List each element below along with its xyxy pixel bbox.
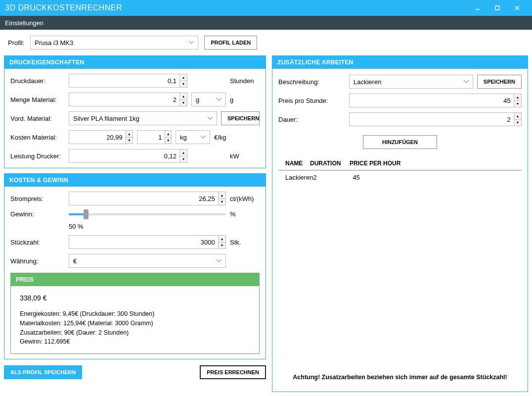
cost-material-input[interactable]: [69, 131, 126, 144]
spin-down-icon[interactable]: ▼: [514, 101, 521, 107]
elec-input[interactable]: [69, 192, 218, 205]
save-as-profile-button[interactable]: ALS PROFIL SPEICHERN: [4, 365, 82, 379]
desc-select[interactable]: Lackieren: [349, 75, 473, 89]
extra-duration-label: Dauer:: [278, 116, 345, 123]
menu-settings[interactable]: Einstellungen: [5, 19, 44, 27]
material-qty-unit: g: [230, 96, 260, 103]
profile-select[interactable]: Prusa i3 MK3: [30, 36, 198, 50]
material-qty-input[interactable]: [69, 93, 179, 106]
spin-down-icon[interactable]: ▼: [180, 100, 187, 106]
qty-input[interactable]: [69, 236, 218, 248]
spin-down-icon[interactable]: ▼: [219, 243, 225, 249]
spin-up-icon[interactable]: ▲: [219, 236, 225, 243]
spin-down-icon[interactable]: ▼: [126, 138, 133, 144]
material-qty-unit-select[interactable]: g: [191, 93, 226, 106]
spin-down-icon[interactable]: ▼: [180, 156, 187, 163]
duration-spinner[interactable]: ▲▼: [69, 74, 187, 88]
content: Profil: Prusa i3 MK3 PROFIL LADEN DRUCKE…: [0, 30, 532, 396]
qty-label: Stückzahl:: [10, 239, 65, 246]
power-unit: kW: [230, 152, 260, 160]
price-panel: PREIS 338,09 € Energiekosten: 9,45€ (Dru…: [10, 273, 260, 354]
material-qty-spinner[interactable]: ▲▼: [69, 93, 187, 106]
td-duration: 2: [313, 174, 353, 181]
slider-thumb[interactable]: [84, 209, 89, 219]
elec-unit: ct/(kWh): [230, 195, 260, 202]
price-material-line: Materialkosten: 125,94€ (Material: 3000 …: [20, 319, 250, 328]
minimize-button[interactable]: [468, 0, 488, 16]
profit-label: Gewinn:: [10, 210, 65, 218]
preset-material-select[interactable]: Silver PLA filament 1kg: [69, 111, 217, 125]
spin-up-icon[interactable]: ▲: [514, 113, 521, 120]
spin-up-icon[interactable]: ▲: [514, 94, 521, 101]
add-extra-button[interactable]: HINZUFÜGEN: [363, 135, 437, 149]
extra-duration-spinner[interactable]: ▲▼: [349, 112, 522, 126]
duration-label: Druckdauer:: [10, 77, 65, 85]
power-input[interactable]: [69, 149, 179, 162]
profile-row: Profil: Prusa i3 MK3 PROFIL LADEN: [4, 34, 528, 51]
price-per-hour-input[interactable]: [350, 94, 514, 107]
price-header: PREIS: [11, 273, 259, 286]
spin-up-icon[interactable]: ▲: [165, 131, 171, 138]
extra-duration-input[interactable]: [350, 113, 514, 126]
warning-text: Achtung! Zusatzarbeiten beziehen sich im…: [278, 369, 522, 386]
spin-down-icon[interactable]: ▼: [180, 81, 187, 88]
price-profit-line: Gewinn: 112,695€: [20, 337, 250, 346]
extra-save-button[interactable]: SPEICHERN: [477, 75, 522, 89]
qty-spinner[interactable]: ▲▼: [69, 235, 226, 249]
profit-percent-value: 50 %: [69, 223, 84, 230]
profit-unit: %: [230, 210, 260, 218]
footer: ALS PROFIL SPEICHERN PREIS ERRECHNEN: [4, 364, 266, 379]
spin-down-icon[interactable]: ▼: [219, 199, 225, 205]
spin-up-icon[interactable]: ▲: [219, 192, 225, 199]
price-per-hour-spinner[interactable]: ▲▼: [349, 94, 522, 107]
power-spinner[interactable]: ▲▼: [69, 149, 187, 163]
extra-work-panel: ZUSÄTZLICHE ARBEITEN Beschreibung: Lacki…: [272, 55, 528, 392]
print-properties-panel: DRUCKEIGENSCHAFTEN Druckdauer: ▲▼ Stunde…: [4, 55, 266, 168]
spin-up-icon[interactable]: ▲: [180, 149, 187, 156]
left-column: DRUCKEIGENSCHAFTEN Druckdauer: ▲▼ Stunde…: [4, 55, 266, 392]
window-title: 3D DRUCKKOSTENRECHNER: [5, 3, 468, 12]
cost-material-label: Kosten Material:: [10, 134, 65, 141]
desc-label: Beschreibung:: [278, 78, 345, 86]
right-column: ZUSÄTZLICHE ARBEITEN Beschreibung: Lacki…: [272, 55, 528, 392]
svg-rect-1: [495, 6, 499, 10]
elec-label: Strompreis:: [10, 195, 65, 202]
duration-input[interactable]: [69, 74, 179, 87]
spin-down-icon[interactable]: ▼: [165, 138, 171, 144]
td-name: Lackieren: [280, 174, 313, 181]
material-save-button[interactable]: SPEICHERN: [221, 111, 260, 125]
spin-up-icon[interactable]: ▲: [126, 131, 133, 138]
cost-material-per-input[interactable]: [137, 131, 165, 144]
profile-label: Profil:: [8, 39, 24, 47]
elec-spinner[interactable]: ▲▼: [69, 192, 226, 205]
price-energy-line: Energiekosten: 9,45€ (Druckdauer: 300 St…: [20, 309, 250, 319]
price-per-hour-label: Preis pro Stunde:: [278, 97, 345, 104]
cost-material-per-spinner[interactable]: ▲▼: [137, 130, 172, 144]
calculate-price-button[interactable]: PREIS ERRECHNEN: [200, 365, 266, 379]
profit-slider[interactable]: [69, 213, 226, 215]
cost-material-spinner[interactable]: ▲▼: [69, 130, 133, 144]
maximize-button[interactable]: [488, 0, 507, 16]
power-label: Leistung Drucker:: [10, 152, 65, 160]
cost-profit-header: KOSTEN & GEWINN: [4, 174, 266, 187]
extra-work-header: ZUSÄTZLICHE ARBEITEN: [272, 56, 528, 69]
cost-material-unit: €/kg: [214, 134, 244, 141]
spin-up-icon[interactable]: ▲: [180, 74, 187, 81]
spin-down-icon[interactable]: ▼: [514, 120, 521, 126]
th-price[interactable]: PRICE PER HOUR: [350, 160, 409, 167]
table-row[interactable]: Lackieren245: [278, 171, 522, 184]
preset-material-label: Vord. Material:: [10, 115, 65, 122]
material-qty-label: Menge Material:: [10, 96, 65, 103]
spin-up-icon[interactable]: ▲: [180, 93, 187, 100]
th-name[interactable]: NAME: [280, 160, 310, 167]
profile-load-button[interactable]: PROFIL LADEN: [204, 36, 257, 50]
currency-select[interactable]: €: [69, 254, 226, 268]
cost-material-unit-select[interactable]: kg: [176, 130, 210, 144]
qty-unit: Stk.: [230, 239, 260, 246]
duration-unit: Stunden: [230, 77, 260, 85]
th-duration[interactable]: DURATION: [310, 160, 350, 167]
close-button[interactable]: [507, 0, 527, 16]
columns: DRUCKEIGENSCHAFTEN Druckdauer: ▲▼ Stunde…: [4, 55, 528, 392]
menubar: Einstellungen: [0, 16, 532, 30]
currency-label: Währung:: [10, 257, 65, 265]
